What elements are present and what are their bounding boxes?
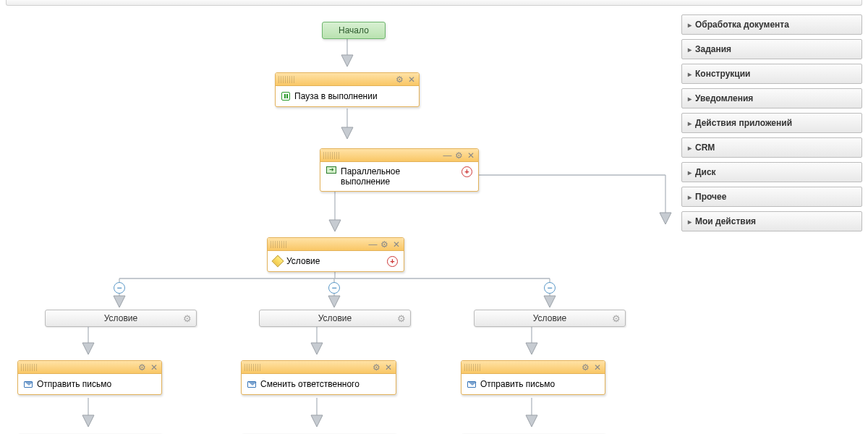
close-icon[interactable]: ✕: [466, 150, 475, 160]
sidebar-item-label: Диск: [695, 167, 716, 177]
drag-grip-icon[interactable]: [323, 152, 339, 159]
sidebar-item-label: Действия приложений: [695, 118, 792, 128]
condition-node-body: Условие +: [268, 251, 404, 271]
condition-node[interactable]: — ⚙ ✕ Условие +: [267, 237, 404, 272]
chevron-right-icon: ▸: [688, 218, 692, 226]
gear-icon[interactable]: ⚙: [612, 313, 621, 324]
gear-icon[interactable]: ⚙: [454, 150, 464, 160]
gear-icon[interactable]: ⚙: [581, 362, 590, 372]
branch-condition-button[interactable]: Условие ⚙: [45, 310, 197, 327]
node-body: Сменить ответственного: [242, 374, 396, 394]
drag-grip-icon[interactable]: [244, 364, 260, 371]
sidebar-item-app-actions[interactable]: ▸Действия приложений: [681, 113, 862, 133]
close-icon[interactable]: ✕: [383, 362, 393, 372]
add-branch-button[interactable]: +: [461, 166, 472, 177]
branch-condition-button[interactable]: Условие ⚙: [474, 310, 626, 327]
action-change-responsible-node[interactable]: ⚙ ✕ Сменить ответственного: [241, 360, 396, 395]
workflow-canvas[interactable]: Начало ⚙ ✕ Пауза в выполнении — ⚙ ✕ Пара…: [0, 7, 680, 434]
action-label: Сменить ответственного: [260, 379, 359, 389]
action-send-mail-node[interactable]: ⚙ ✕ Отправить письмо: [17, 360, 162, 395]
node-header[interactable]: ⚙ ✕: [18, 361, 161, 374]
gear-icon[interactable]: ⚙: [372, 362, 381, 372]
condition-node-label: Условие: [286, 256, 320, 266]
svg-marker-14: [328, 296, 340, 307]
drag-grip-icon[interactable]: [464, 364, 480, 371]
drag-grip-icon[interactable]: [21, 364, 37, 371]
pause-icon: [281, 92, 290, 101]
sidebar-item-disk[interactable]: ▸Диск: [681, 162, 862, 182]
svg-marker-26: [311, 415, 323, 427]
sidebar-item-document-processing[interactable]: ▸Обработка документа: [681, 14, 862, 35]
svg-marker-18: [82, 343, 94, 354]
chevron-right-icon: ▸: [688, 169, 692, 176]
condition-node-header[interactable]: — ⚙ ✕: [268, 238, 404, 251]
minimize-icon[interactable]: —: [443, 150, 452, 160]
svg-marker-8: [660, 213, 671, 224]
action-send-mail-node-2[interactable]: ⚙ ✕ Отправить письмо: [461, 360, 605, 395]
action-label: Отправить письмо: [480, 379, 555, 389]
sidebar-item-constructions[interactable]: ▸Конструкции: [681, 64, 862, 84]
svg-marker-3: [341, 127, 353, 139]
svg-marker-1: [341, 55, 353, 67]
action-label: Отправить письмо: [37, 379, 111, 389]
remove-branch-button[interactable]: −: [544, 282, 556, 294]
gear-icon[interactable]: ⚙: [395, 75, 404, 84]
sidebar-item-label: Уведомления: [695, 93, 753, 103]
branch-condition-label: Условие: [104, 313, 137, 323]
svg-marker-5: [329, 220, 341, 231]
svg-marker-16: [544, 296, 556, 307]
close-icon[interactable]: ✕: [592, 362, 602, 372]
node-body: Отправить письмо: [18, 374, 161, 394]
chevron-right-icon: ▸: [688, 95, 692, 103]
branch-condition-label: Условие: [318, 313, 352, 323]
chevron-right-icon: ▸: [688, 70, 692, 78]
parallel-node-header[interactable]: — ⚙ ✕: [320, 149, 478, 162]
chevron-right-icon: ▸: [688, 119, 692, 127]
gear-icon[interactable]: ⚙: [137, 362, 147, 372]
node-header[interactable]: ⚙ ✕: [461, 361, 605, 374]
parallel-node[interactable]: — ⚙ ✕ Параллельное выполнение +: [320, 148, 479, 192]
branch-condition-label: Условие: [533, 313, 566, 323]
drag-grip-icon[interactable]: [278, 76, 294, 83]
pause-node-header[interactable]: ⚙ ✕: [276, 73, 419, 86]
start-label: Начало: [339, 25, 369, 35]
sidebar-item-label: Обработка документа: [695, 20, 789, 30]
sidebar-item-crm[interactable]: ▸CRM: [681, 137, 862, 158]
svg-marker-12: [114, 296, 125, 307]
pause-node-body: Пауза в выполнении: [276, 86, 419, 106]
sidebar-item-label: CRM: [695, 142, 715, 153]
close-icon[interactable]: ✕: [149, 362, 158, 372]
remove-branch-button[interactable]: −: [328, 282, 340, 294]
gear-icon[interactable]: ⚙: [380, 239, 389, 249]
minimize-icon[interactable]: —: [368, 239, 378, 249]
mail-icon: [247, 381, 256, 388]
branch-condition-button[interactable]: Условие ⚙: [259, 310, 411, 327]
sidebar-item-my-actions[interactable]: ▸Мои действия: [681, 211, 862, 231]
close-icon[interactable]: ✕: [407, 75, 416, 84]
gear-icon[interactable]: ⚙: [183, 313, 192, 324]
parallel-node-body: Параллельное выполнение +: [320, 162, 478, 191]
svg-marker-28: [526, 415, 537, 427]
chevron-right-icon: ▸: [688, 21, 692, 29]
sidebar-item-tasks[interactable]: ▸Задания: [681, 39, 862, 59]
close-icon[interactable]: ✕: [391, 239, 401, 249]
gear-icon[interactable]: ⚙: [397, 313, 406, 324]
sidebar-item-label: Мои действия: [695, 216, 756, 226]
mail-icon: [467, 381, 476, 388]
chevron-right-icon: ▸: [688, 193, 692, 201]
condition-icon: [272, 255, 284, 268]
node-header[interactable]: ⚙ ✕: [242, 361, 396, 374]
start-node[interactable]: Начало: [322, 22, 386, 39]
sidebar-item-notifications[interactable]: ▸Уведомления: [681, 88, 862, 109]
chevron-right-icon: ▸: [688, 46, 692, 54]
pause-node[interactable]: ⚙ ✕ Пауза в выполнении: [275, 72, 420, 107]
drag-grip-icon[interactable]: [271, 241, 286, 248]
chevron-right-icon: ▸: [688, 144, 692, 152]
parallel-node-label: Параллельное выполнение: [341, 166, 435, 187]
svg-marker-24: [82, 415, 94, 427]
sidebar-item-other[interactable]: ▸Прочее: [681, 187, 862, 207]
pause-node-label: Пауза в выполнении: [294, 91, 378, 101]
remove-branch-button[interactable]: −: [114, 282, 125, 294]
add-branch-button[interactable]: +: [387, 256, 398, 267]
sidebar-item-label: Конструкции: [695, 69, 750, 79]
